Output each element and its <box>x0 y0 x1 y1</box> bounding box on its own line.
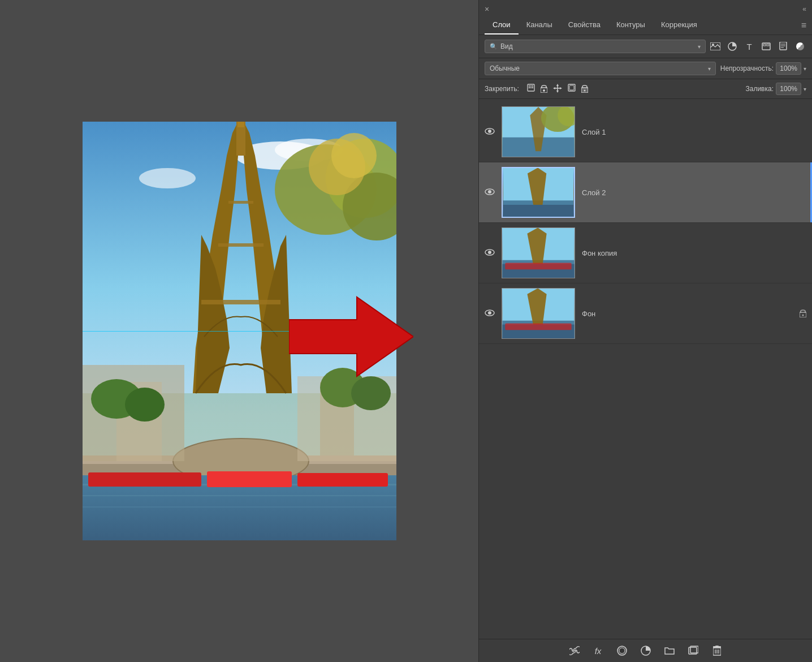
search-icon: 🔍 <box>490 43 498 50</box>
lock-label: Закрепить: <box>485 85 519 93</box>
svg-point-85 <box>488 311 491 315</box>
svg-rect-90 <box>505 324 571 330</box>
layer-name: Фон <box>582 309 800 318</box>
fill-label: Заливка: <box>745 85 774 93</box>
layer-name: Фон копия <box>582 249 806 257</box>
layer-visibility-icon[interactable] <box>485 127 496 136</box>
fx-icon[interactable]: fx <box>591 644 605 657</box>
lock-fill-row: Закрепить: Заливка: 100% ▾ <box>479 79 812 99</box>
panel-footer: fx <box>479 639 812 662</box>
svg-rect-53 <box>532 87 533 88</box>
lock-icons-group <box>527 84 588 94</box>
fill-dropdown-arrow-icon[interactable]: ▾ <box>804 86 806 92</box>
layer-item[interactable]: Слой 1 <box>479 102 812 162</box>
lock-pixels-icon[interactable] <box>527 84 535 94</box>
svg-point-72 <box>488 190 491 194</box>
collapse-button[interactable]: « <box>802 5 806 13</box>
svg-rect-51 <box>529 87 530 88</box>
svg-rect-19 <box>297 473 388 487</box>
lock-move-icon[interactable] <box>553 84 562 94</box>
tab-layers[interactable]: Слои <box>485 16 519 35</box>
layer-item[interactable]: Слой 2 <box>479 162 812 223</box>
opacity-input[interactable]: 100% <box>776 62 801 75</box>
svg-marker-59 <box>560 87 562 89</box>
layer-item[interactable]: Фон копия <box>479 223 812 283</box>
opacity-control: Непрозрачность: 100% ▾ <box>720 62 806 75</box>
svg-point-78 <box>488 251 491 254</box>
svg-point-3 <box>139 168 196 188</box>
svg-rect-42 <box>767 44 769 46</box>
adjustment-layer-icon[interactable] <box>639 644 653 657</box>
svg-rect-61 <box>569 85 574 90</box>
svg-marker-57 <box>556 91 559 93</box>
new-layer-icon[interactable] <box>686 644 700 657</box>
layer-name: Слой 1 <box>582 128 806 136</box>
svg-rect-15 <box>83 495 396 496</box>
svg-rect-103 <box>715 646 719 647</box>
layer-lock-icon <box>800 308 806 319</box>
shape-filter-icon[interactable] <box>760 40 772 53</box>
svg-rect-83 <box>505 263 571 270</box>
adjustment-filter-icon[interactable] <box>726 40 738 53</box>
tab-correction[interactable]: Коррекция <box>653 16 705 35</box>
tab-properties[interactable]: Свойства <box>560 16 608 35</box>
tab-channels[interactable]: Каналы <box>519 16 560 35</box>
svg-rect-52 <box>530 87 532 88</box>
add-mask-icon[interactable] <box>615 644 629 657</box>
svg-marker-56 <box>556 84 559 86</box>
svg-marker-36 <box>289 297 413 376</box>
layers-panel: × « Слои Каналы Свойства Контуры Коррекц… <box>478 0 812 662</box>
layer-thumbnail[interactable] <box>502 288 575 339</box>
kind-filter-dropdown[interactable]: 🔍 Вид ▾ <box>485 40 706 53</box>
svg-rect-41 <box>763 44 766 46</box>
opacity-dropdown-arrow-icon[interactable]: ▾ <box>804 66 806 72</box>
layer-visibility-icon[interactable] <box>485 248 496 257</box>
layer-item[interactable]: Фон <box>479 283 812 344</box>
blend-dropdown-arrow-icon: ▾ <box>708 66 711 72</box>
svg-point-94 <box>619 648 625 654</box>
close-button[interactable]: × <box>485 5 489 14</box>
filter-toolbar: 🔍 Вид ▾ T <box>479 35 812 58</box>
svg-point-8 <box>331 133 377 178</box>
image-filter-icon[interactable] <box>709 40 722 53</box>
filter-icons: T <box>709 40 806 53</box>
blend-opacity-row: Обычные ▾ Непрозрачность: 100% ▾ <box>479 58 812 79</box>
svg-point-38 <box>712 44 714 46</box>
svg-rect-24 <box>237 122 244 127</box>
svg-point-55 <box>543 89 545 92</box>
svg-rect-26 <box>218 243 264 247</box>
blend-mode-dropdown[interactable]: Обычные ▾ <box>485 62 716 75</box>
delete-layer-icon[interactable] <box>710 644 724 657</box>
fill-control: Заливка: 100% ▾ <box>745 83 806 95</box>
panel-menu-icon[interactable]: ≡ <box>801 20 806 31</box>
layers-list: Слой 1 Слой 2 <box>479 99 812 639</box>
svg-rect-49 <box>530 85 532 87</box>
text-filter-icon[interactable]: T <box>743 40 755 53</box>
fill-input[interactable]: 100% <box>776 83 801 95</box>
opacity-label: Непрозрачность: <box>720 65 774 72</box>
panel-tabs: Слои Каналы Свойства Контуры Коррекция ≡ <box>479 16 812 35</box>
svg-point-65 <box>488 130 491 133</box>
smart-filter-icon[interactable] <box>777 40 789 53</box>
tab-paths[interactable]: Контуры <box>608 16 653 35</box>
svg-rect-17 <box>88 472 201 487</box>
layer-thumbnail[interactable] <box>502 167 575 218</box>
red-arrow <box>289 291 413 382</box>
layer-visibility-icon[interactable] <box>485 188 496 197</box>
svg-point-33 <box>125 388 165 422</box>
link-layers-icon[interactable] <box>568 644 581 657</box>
svg-marker-58 <box>553 87 555 89</box>
svg-rect-18 <box>207 471 292 487</box>
svg-point-92 <box>802 314 804 316</box>
group-layers-icon[interactable] <box>663 644 676 657</box>
layer-thumbnail[interactable] <box>502 227 575 278</box>
lock-all-icon[interactable] <box>581 84 588 94</box>
lock-artboard-icon[interactable] <box>568 84 576 94</box>
svg-rect-50 <box>532 85 533 87</box>
panel-top-bar: × « <box>479 0 812 16</box>
layer-thumbnail[interactable] <box>502 106 575 157</box>
svg-rect-25 <box>201 300 280 304</box>
mode-circle[interactable] <box>794 40 806 53</box>
lock-position-icon[interactable] <box>541 84 547 94</box>
layer-visibility-icon[interactable] <box>485 309 496 318</box>
